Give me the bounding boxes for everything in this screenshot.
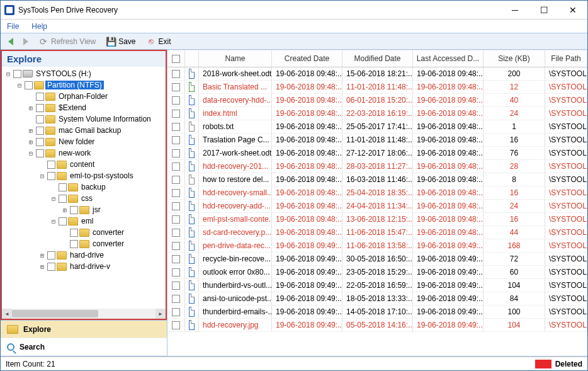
- grid-body[interactable]: 2018-work-sheet.odt19-06-2018 09:48:...1…: [167, 67, 587, 356]
- row-checkbox[interactable]: [167, 226, 185, 239]
- expand-icon[interactable]: ⊟: [38, 173, 46, 180]
- file-row[interactable]: data-recovery-hdd-...19-06-2018 09:48:..…: [167, 94, 587, 107]
- file-row[interactable]: eml-pst-small-conte...19-06-2018 09:48:.…: [167, 213, 587, 226]
- tree-node[interactable]: mac Gmail backup: [57, 126, 123, 135]
- header-name[interactable]: Name: [199, 50, 272, 67]
- file-row[interactable]: thunderbird-emails-...19-06-2018 09:49:.…: [167, 305, 587, 319]
- tree-checkbox[interactable]: [59, 183, 67, 191]
- header-size[interactable]: Size (KB): [483, 50, 545, 67]
- tree-node[interactable]: backup: [79, 183, 108, 191]
- menu-help[interactable]: Help: [31, 22, 47, 31]
- file-row[interactable]: sd-card-recovery.p...19-06-2018 09:48:..…: [167, 226, 587, 239]
- row-checkbox[interactable]: [167, 160, 185, 173]
- row-checkbox[interactable]: [167, 292, 185, 305]
- folder-tree[interactable]: ⊟SYSTOOLS (H:) ⊟Partition (NTFS) Orphan-…: [2, 67, 166, 309]
- save-button[interactable]: 💾 Save: [102, 35, 139, 48]
- close-button[interactable]: ✕: [558, 1, 587, 19]
- file-row[interactable]: outlook error 0x80...19-06-2018 09:49:..…: [167, 266, 587, 279]
- scroll-right-icon[interactable]: ►: [155, 309, 166, 319]
- row-checkbox[interactable]: [167, 253, 185, 265]
- expand-icon[interactable]: ⊟: [16, 82, 23, 89]
- row-checkbox[interactable]: [167, 120, 185, 133]
- tree-checkbox[interactable]: [70, 229, 78, 237]
- row-checkbox[interactable]: [167, 200, 185, 212]
- tree-checkbox[interactable]: [25, 81, 33, 89]
- expand-icon[interactable]: ⊟: [50, 195, 57, 202]
- tree-horizontal-scrollbar[interactable]: ◄ ►: [2, 309, 166, 319]
- file-row[interactable]: hdd-recovery-201...19-06-2018 09:48:...2…: [167, 160, 587, 173]
- header-created[interactable]: Created Date: [272, 50, 342, 67]
- expand-icon[interactable]: ⊟: [50, 218, 57, 225]
- tree-node[interactable]: Orphan-Folder: [57, 92, 110, 101]
- tree-node[interactable]: content: [68, 160, 96, 169]
- tree-node[interactable]: css: [79, 194, 94, 203]
- tree-checkbox[interactable]: [70, 240, 78, 248]
- refresh-button[interactable]: ⟳ Refresh View: [35, 35, 99, 48]
- expand-icon[interactable]: ⊟: [27, 150, 35, 157]
- row-checkbox[interactable]: [167, 173, 185, 186]
- tree-checkbox[interactable]: [47, 161, 55, 169]
- row-checkbox[interactable]: [167, 213, 185, 225]
- menu-file[interactable]: File: [7, 22, 19, 31]
- row-checkbox[interactable]: [167, 239, 185, 252]
- expand-icon[interactable]: ⊞: [38, 252, 46, 259]
- expand-icon[interactable]: ⊟: [4, 71, 12, 77]
- row-checkbox[interactable]: [167, 319, 185, 331]
- tree-node[interactable]: System Volume Information: [57, 115, 153, 123]
- file-row[interactable]: 2017-work-sheet.odt19-06-2018 09:48:...2…: [167, 147, 587, 160]
- tree-checkbox[interactable]: [13, 70, 21, 78]
- file-row[interactable]: hdd-recovery-small...19-06-2018 09:48:..…: [167, 186, 587, 200]
- file-row[interactable]: robots.txt19-06-2018 09:48:...25-05-2017…: [167, 120, 587, 134]
- row-checkbox[interactable]: [167, 147, 185, 159]
- file-row[interactable]: hdd-recovery.jpg19-06-2018 09:49:...05-0…: [167, 319, 587, 332]
- back-button[interactable]: [4, 37, 17, 47]
- tree-node[interactable]: eml: [79, 217, 95, 225]
- tree-node-partition[interactable]: Partition (NTFS): [45, 81, 104, 89]
- tree-checkbox[interactable]: [47, 172, 55, 180]
- minimize-button[interactable]: ─: [500, 1, 529, 19]
- tree-checkbox[interactable]: [59, 217, 67, 225]
- tree-checkbox[interactable]: [36, 138, 44, 146]
- row-checkbox[interactable]: [167, 134, 185, 146]
- row-checkbox[interactable]: [167, 305, 185, 318]
- expand-icon[interactable]: ⊞: [27, 127, 35, 134]
- expand-icon[interactable]: ⊞: [38, 263, 46, 270]
- row-checkbox[interactable]: [167, 81, 185, 93]
- row-checkbox[interactable]: [167, 266, 185, 278]
- file-row[interactable]: 2018-work-sheet.odt19-06-2018 09:48:...1…: [167, 67, 587, 81]
- file-row[interactable]: thunderbird-vs-outl...19-06-2018 09:49:.…: [167, 279, 587, 292]
- scroll-left-icon[interactable]: ◄: [2, 309, 12, 319]
- header-accessed[interactable]: Last Accessed D...: [413, 50, 483, 67]
- row-checkbox[interactable]: [167, 279, 185, 292]
- tree-node[interactable]: $Extend: [57, 103, 88, 112]
- tree-checkbox[interactable]: [36, 104, 44, 112]
- header-modified[interactable]: Modified Date: [342, 50, 413, 67]
- tree-checkbox[interactable]: [36, 127, 44, 135]
- nav-tab-search[interactable]: Search: [1, 338, 167, 356]
- tree-checkbox[interactable]: [47, 251, 55, 260]
- tree-checkbox[interactable]: [47, 263, 55, 271]
- file-row[interactable]: how to restore del...19-06-2018 09:48:..…: [167, 173, 587, 186]
- tree-node[interactable]: hard-drive-v: [68, 262, 112, 271]
- tree-node[interactable]: eml-to-pst-systools: [68, 171, 135, 180]
- expand-icon[interactable]: ⊞: [27, 105, 35, 111]
- forward-button[interactable]: [20, 37, 32, 47]
- tree-checkbox[interactable]: [36, 115, 44, 123]
- tree-checkbox[interactable]: [36, 149, 44, 157]
- file-row[interactable]: recycle-bin-recove...19-06-2018 09:49:..…: [167, 253, 587, 266]
- file-row[interactable]: pen-drive-data-rec...19-06-2018 09:49:..…: [167, 239, 587, 253]
- file-row[interactable]: Traslation Page C...19-06-2018 09:48:...…: [167, 134, 587, 147]
- maximize-button[interactable]: ☐: [529, 1, 558, 19]
- tree-node[interactable]: New folder: [57, 137, 96, 146]
- exit-button[interactable]: ⎋ Exit: [142, 35, 175, 48]
- file-row[interactable]: Basic Translated ...19-06-2018 09:48:...…: [167, 81, 587, 94]
- row-checkbox[interactable]: [167, 67, 185, 80]
- row-checkbox[interactable]: [167, 94, 185, 106]
- tree-node-root[interactable]: SYSTOOLS (H:): [34, 69, 93, 78]
- file-row[interactable]: ansi-to-unicode-pst...19-06-2018 09:49:.…: [167, 292, 587, 305]
- header-path[interactable]: File Path: [545, 50, 587, 67]
- row-checkbox[interactable]: [167, 186, 185, 199]
- tree-node-newwork[interactable]: new-work: [57, 149, 93, 157]
- tree-node[interactable]: jsr: [91, 205, 103, 214]
- tree-node[interactable]: hard-drive: [68, 251, 106, 260]
